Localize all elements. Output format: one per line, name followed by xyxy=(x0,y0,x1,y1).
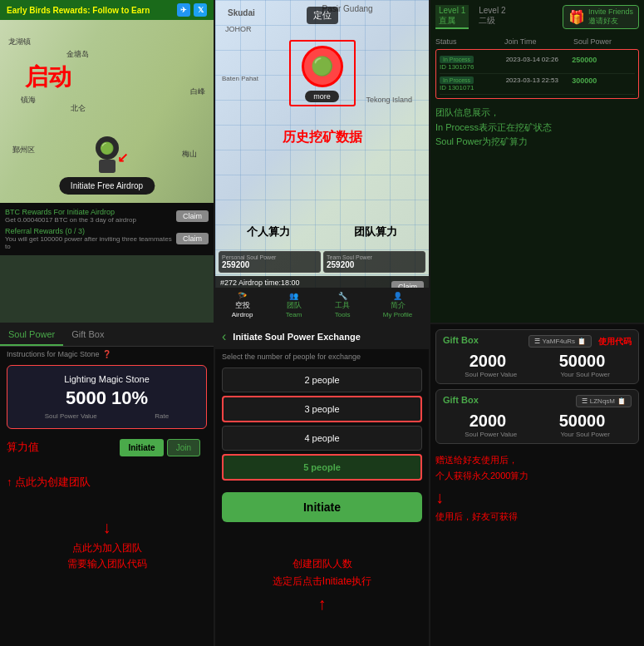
map-skudai: Skudai xyxy=(228,8,255,17)
menu-icon: ☰ xyxy=(534,338,540,345)
copy-icon[interactable]: 📋 xyxy=(578,338,586,345)
cell3-row1-status-cell: In Process ID 1301076 xyxy=(440,56,503,71)
cell5-header-title: Initiate Soul Power Exchange xyxy=(233,332,360,342)
table-row-2: In Process ID 1301071 2023-03-13 22:53 3… xyxy=(440,74,635,95)
nav-team-sublabel: Team xyxy=(286,311,302,318)
cell4-stone-title: Lighting Magic Stone xyxy=(16,374,198,384)
cell3-desc: 团队信息展示， In Process表示正在挖矿状态 Soul Power为挖矿… xyxy=(435,106,639,150)
cell3-level2-sublabel: 二级 xyxy=(479,15,505,27)
cell2-history-label: 历史挖矿数据 xyxy=(283,129,362,146)
cell4-action-row: 算力值 Initiate Join xyxy=(0,432,214,463)
cell4-join-button[interactable]: Join xyxy=(167,439,200,456)
nav-team[interactable]: 👥 团队 Team xyxy=(286,292,302,318)
cell2-stat2: Team Soul Power 259200 xyxy=(323,251,425,273)
cell2-stat1-label: Personal Soul Power xyxy=(222,254,317,260)
cell1-claim-button-2[interactable]: Claim xyxy=(176,233,209,244)
telegram-icon[interactable]: ✈ xyxy=(177,3,190,17)
cell4-desc-cn1: 算力值 xyxy=(7,440,39,455)
cell4-tab-soul-power[interactable]: Soul Power xyxy=(0,324,63,346)
cell6-gift1-code-row: ☰ YaMF4uRs 📋 使用代码 xyxy=(528,335,632,348)
cell5-option-2people[interactable]: 2 people xyxy=(222,367,422,392)
cell3-invite-button[interactable]: 🎁 Invite Friends 邀请好友 xyxy=(563,5,639,29)
cell1-map: 龙湖镇 金塘岛 镇海 北仑 鄞州区 白峰 梅山 启动 🟢 ↙ Initiate … xyxy=(0,20,214,203)
cell4-stone-labels: Soul Power Value Rate xyxy=(16,412,198,420)
cell6-gift1-values: 2000 50000 xyxy=(443,352,632,371)
cell2-character: 🟢 more xyxy=(302,46,343,102)
cell4-stone-card: Lighting Magic Stone 5000 10% Soul Power… xyxy=(7,365,207,429)
cell1-claim-button[interactable]: Claim xyxy=(176,210,209,222)
cell6-gift1-code: YaMF4uRs xyxy=(543,338,575,345)
cell5-initiate-button[interactable]: Initiate xyxy=(222,492,422,522)
nav-airdrop-icon: 🪂 xyxy=(232,292,253,300)
nav-tools-icon: 🔧 xyxy=(335,292,351,300)
cell3-tab-level2[interactable]: Level 2 二级 xyxy=(475,5,509,29)
cell6-gift2-code: LZNqsM xyxy=(590,397,615,405)
cell2-more-button[interactable]: more xyxy=(305,91,339,102)
cell3-level1-sublabel: 直属 xyxy=(439,15,465,27)
cell2-char-circle: 🟢 xyxy=(302,46,343,87)
cell4-tab-gift-box[interactable]: Gift Box xyxy=(63,324,112,346)
cell4-instructions: Instructions for Magic Stone ❓ xyxy=(0,347,214,362)
copy-icon-2[interactable]: 📋 xyxy=(617,397,626,405)
cell6-gift1-code-box: ☰ YaMF4uRs 📋 xyxy=(528,335,592,348)
cell6-gift-card-2: Gift Box ☰ LZNqsM 📋 2000 50000 Soul Powe… xyxy=(435,389,639,444)
cell2-char-icon: 🟢 xyxy=(311,56,333,77)
menu-icon-2: ☰ xyxy=(582,397,587,405)
cell1-btc-label: BTC Rewards For Initiate Airdrop xyxy=(5,208,136,216)
cell3-row1-status: In Process xyxy=(440,56,474,63)
gift-icon: 🎁 xyxy=(568,9,585,25)
cell1-topbar: Early Birds Rewards: Follow to Earn ✈ 𝕏 xyxy=(0,0,214,20)
cell6-gift1-title: Gift Box xyxy=(443,335,479,345)
cell6-arrow-down: ↓ xyxy=(435,488,639,507)
cell3-level1-label: Level 1 xyxy=(439,6,465,15)
cell1-airdrop-button[interactable]: Initiate Free Airdrop xyxy=(59,177,155,195)
cell6-desc-line2: 个人获得永久2000算力 xyxy=(435,468,639,485)
cell6-gift2-label-b: Your Soul Power xyxy=(561,431,610,438)
twitter-icon[interactable]: 𝕏 xyxy=(194,3,207,17)
cell3-tab-level1[interactable]: Level 1 直属 xyxy=(435,5,469,29)
cell2-location-badge: 定位 xyxy=(307,7,338,24)
cell3-row1-soul-cell: 250000 xyxy=(572,56,635,71)
cell3-table-body: In Process ID 1301076 2023-03-14 02:26 2… xyxy=(435,49,639,99)
cell5-subtitle: Select the number of people for exchange xyxy=(215,349,429,364)
cell2-stat1: Personal Soul Power 259200 xyxy=(219,251,321,273)
cell3-row2-soul-cell: 300000 xyxy=(572,76,635,91)
cell-map-location: Skudai Pasir Gudang JOHOR Baten Pahat Te… xyxy=(215,0,429,323)
cell4-initiate-button[interactable]: Initiate xyxy=(120,439,163,456)
map-label-2: 金塘岛 xyxy=(66,49,89,60)
cell6-gift2-value-a: 2000 xyxy=(469,412,507,431)
cell4-stone-values: 5000 10% xyxy=(16,387,198,409)
map-baten: Baten Pahat xyxy=(222,75,258,82)
cell1-referral-detail: You will get 100000 power after inviting… xyxy=(5,235,176,250)
cell2-stat2-label: Team Soul Power xyxy=(327,254,422,260)
cell6-desc-cn: 赠送给好友使用后， 个人获得永久2000算力 xyxy=(435,449,639,489)
cell5-option-4people[interactable]: 4 people xyxy=(222,426,422,451)
cell5-back-button[interactable]: ‹ xyxy=(222,329,226,344)
cell6-gift2-values: 2000 50000 xyxy=(443,412,632,431)
cell4-instructions-text: Instructions for Magic Stone xyxy=(7,350,100,358)
cell2-team-label: 团队算力 xyxy=(354,224,397,239)
cell1-referral-label-group: Referral Rewards (0 / 3) You will get 10… xyxy=(5,227,176,250)
cell-soul-power: Soul Power Gift Box Instructions for Mag… xyxy=(0,324,214,647)
cell6-gift2-label-a: Soul Power Value xyxy=(465,431,517,438)
nav-tools[interactable]: 🔧 工具 Tools xyxy=(335,292,351,318)
cell3-header: Level 1 直属 Level 2 二级 🎁 Invite Friends 邀… xyxy=(435,5,639,34)
cell3-invite-label1: Invite Friends xyxy=(588,7,633,16)
cell-gift-box: Gift Box ☰ YaMF4uRs 📋 使用代码 2000 50000 So… xyxy=(430,324,644,647)
nav-profile[interactable]: 👤 简介 My Profile xyxy=(383,292,413,318)
nav-airdrop-label: 空投 xyxy=(232,300,253,311)
cell3-row2-status-cell: In Process ID 1301071 xyxy=(440,76,503,91)
map-label-1: 龙湖镇 xyxy=(8,37,31,47)
cell3-row1-soul: 250000 xyxy=(572,56,597,64)
cell6-desc-cn2: 使用后，好友可获得 xyxy=(435,510,639,523)
cell2-stat2-value: 259200 xyxy=(327,260,422,269)
cell2-stat1-value: 259200 xyxy=(222,260,317,269)
cell6-gift1-header: Gift Box ☰ YaMF4uRs 📋 使用代码 xyxy=(443,335,632,348)
cell5-option-3people[interactable]: 3 people xyxy=(222,396,422,422)
main-grid: Early Birds Rewards: Follow to Earn ✈ 𝕏 … xyxy=(0,0,644,646)
cell3-row2-status: In Process xyxy=(440,76,474,84)
nav-airdrop[interactable]: 🪂 空投 Airdrop xyxy=(232,292,253,318)
cell5-option-5people[interactable]: 5 people xyxy=(222,454,422,481)
cell3-desc3: Soul Power为挖矿算力 xyxy=(435,135,639,150)
question-icon[interactable]: ❓ xyxy=(102,350,111,358)
